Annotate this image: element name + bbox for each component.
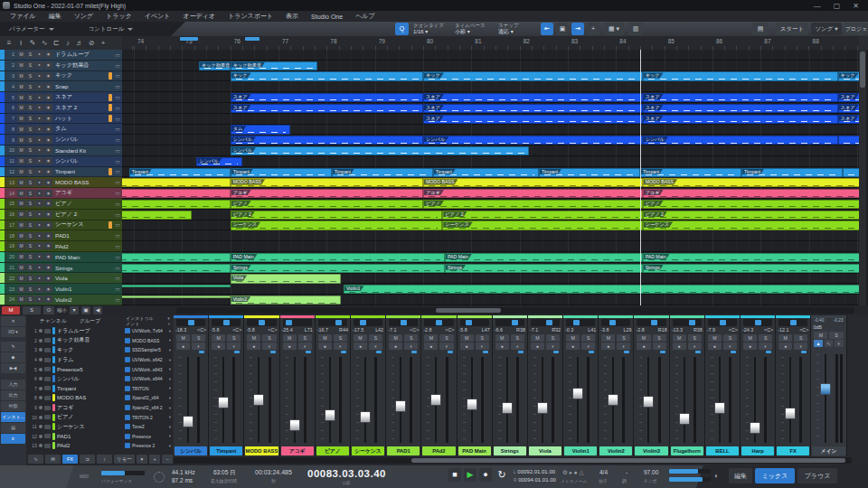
strip-name-tag[interactable]: FX [777,446,809,455]
clip-MODO BASS-2[interactable]: MODO BASS [423,178,643,187]
pan-marker[interactable] [335,320,342,325]
track-mute-button[interactable]: M [17,115,25,122]
strip-record-button[interactable]: ● [637,343,650,350]
fader-zone[interactable] [565,355,596,445]
mixer-circle-button[interactable]: ⊙ [43,306,54,314]
track-mute-button[interactable]: M [17,72,25,80]
console-button-3[interactable]: ◆ [1,352,25,362]
clip-Strings-1[interactable]: Strings [231,264,445,273]
quantize-toggle-button[interactable]: Q [395,23,409,35]
strip-record-button[interactable]: ● [708,343,722,350]
collapse-button[interactable]: ◀ [93,306,102,314]
clip-Violin1-1[interactable]: Violin1 [344,285,859,294]
instrument-caret[interactable]: ▾ [169,425,171,429]
track-monitor-button[interactable]: ◉ [44,136,52,144]
track-instrument-icon[interactable]: ▭ [113,211,122,218]
pan-marker[interactable] [720,320,726,325]
channel-record-dot[interactable] [39,358,42,361]
pan-slider[interactable] [601,319,630,326]
clip-シンバル-3[interactable] [838,136,859,145]
channel-output-icon[interactable] [44,444,51,448]
strip-mute-button[interactable]: M [601,334,615,342]
play-button[interactable]: ▶ [464,468,476,482]
pan-marker[interactable] [609,320,616,325]
strip-monitor-button[interactable]: ◐ [546,343,560,350]
clip-ハット-1[interactable]: スネア [643,115,838,124]
link-icon[interactable] [518,351,524,353]
menu-item-9[interactable]: ヘルプ [349,12,382,21]
channel-row-9[interactable]: 9アコギ [27,403,123,413]
snap-icon-1[interactable]: ▣ [556,23,569,35]
clip-PAD Main-2[interactable]: PAD Main [445,253,643,262]
track-tool-7-icon[interactable]: ⊘ [86,39,97,47]
strip-monitor-button[interactable]: ◐ [759,343,772,350]
strip-name-tag[interactable]: シンバル [175,446,207,455]
track-monitor-button[interactable]: ◉ [44,157,52,164]
strip-monitor-button[interactable]: ◐ [192,343,205,350]
channel-footer-button-3[interactable]: ⊐ [80,455,95,464]
fader-zone[interactable] [742,355,773,445]
strip-mute-button[interactable]: M [424,334,438,342]
strip-monitor-button[interactable]: ◐ [723,343,737,350]
track-mute-button[interactable]: M [17,286,25,293]
mixer-strip-FX[interactable]: -12.1<C>MS●◐FX [776,315,811,456]
strip-monitor-button[interactable]: ◐ [794,343,807,350]
instrument-caret[interactable]: ▾ [169,377,171,381]
console-button-1[interactable]: I/O ▾ [1,327,25,337]
pan-slider[interactable] [778,319,807,326]
pan-value[interactable]: <C> [799,327,808,333]
pan-marker[interactable] [573,320,580,325]
mixer-strip-アコギ[interactable]: -25.4L71MS●◐アコギ [280,315,316,456]
track-record-button[interactable]: ● [35,136,43,144]
track-monitor-button[interactable]: ◉ [44,200,52,207]
link-icon[interactable] [306,351,311,353]
channel-output-icon[interactable] [44,425,51,429]
pan-value[interactable]: <C> [268,327,277,333]
channel-row-6[interactable]: 6シンバル [27,374,123,384]
channel-record-dot[interactable] [39,396,42,399]
pan-marker[interactable] [223,320,230,325]
channel-record-dot[interactable] [39,435,42,438]
strip-mute-button[interactable]: M [778,334,792,342]
strip-mute-button[interactable]: M [354,334,367,342]
volume-value[interactable]: -7.1 [388,327,396,333]
channel-row-12[interactable]: 12PAD1 [27,432,123,442]
pan-marker[interactable] [546,320,552,325]
volume-value[interactable]: -3.8 [600,327,609,333]
track-monitor-button[interactable]: ◉ [44,232,52,239]
mixer-strip-Violin3[interactable]: -2.8R18MS●◐Violin3 [634,315,669,456]
track-record-button[interactable]: ● [35,211,43,218]
track-row-7[interactable]: 7MS●◉ハット▭ [0,114,122,125]
strip-name-tag[interactable]: シーケンス [352,446,384,455]
clip-Timpani-4[interactable]: Timpani [539,168,640,177]
link-icon[interactable] [411,351,417,353]
track-mute-button[interactable]: M [17,51,25,58]
volume-value[interactable]: -6.6 [495,327,503,333]
channel-record-dot[interactable] [39,348,42,352]
pan-marker[interactable] [360,320,366,325]
strip-monitor-button[interactable]: ◐ [298,343,312,350]
track-instrument-icon[interactable]: ▭ [113,179,122,185]
strip-monitor-button[interactable]: ◐ [262,343,276,350]
channel-row-3[interactable]: 3キック [27,345,123,355]
clip-ピアノ 2-2[interactable]: ピアノ 2 [442,211,642,220]
timebase-group[interactable]: タイムベース 小節 ▾ [455,23,495,35]
strip-solo-button[interactable]: S [688,334,702,342]
track-row-18[interactable]: 18MS●◉PAD1▭ [0,230,122,241]
fader-cap[interactable] [467,399,477,410]
volume-value[interactable]: -16.7 [317,327,328,333]
channel-row-7[interactable]: 7Timpani [27,384,123,394]
channel-output-icon[interactable] [44,386,51,390]
pan-value[interactable]: R38 [516,327,525,333]
strip-record-button[interactable]: ● [318,343,332,350]
clip-PAD Main-3[interactable]: PAD Main [643,253,859,262]
mixer-strip-シーケンス[interactable]: -17.5L42MS●◐シーケンス [351,315,386,456]
track-record-button[interactable]: ● [35,51,43,58]
track-record-button[interactable]: ● [35,253,43,260]
track-solo-button[interactable]: S [26,286,34,293]
mixer-strip-Strings[interactable]: -6.6R38MS●◐Strings [493,315,528,456]
strip-record-button[interactable]: ● [460,343,474,350]
track-instrument-icon[interactable]: ▭ [113,158,122,164]
fader-cap[interactable] [643,396,654,408]
strip-solo-button[interactable]: S [794,334,807,342]
